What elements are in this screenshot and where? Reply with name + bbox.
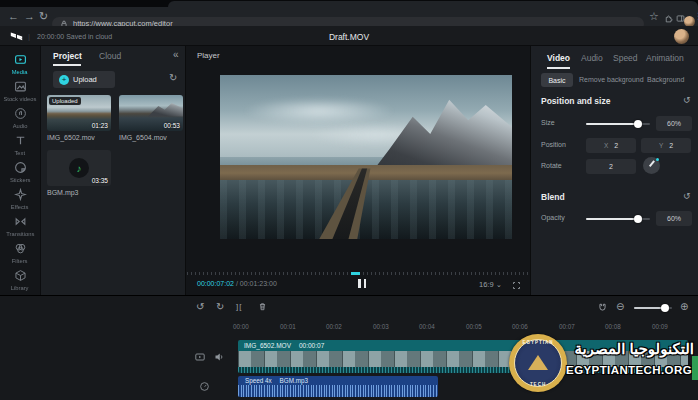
delete-icon[interactable] (257, 301, 268, 312)
user-avatar[interactable] (674, 29, 689, 44)
size-slider-knob[interactable] (634, 120, 642, 128)
rotate-input[interactable]: 2 (586, 159, 636, 174)
video-clip-duration: 00:00:07 (299, 342, 324, 349)
sidebar-item-stock-videos[interactable]: Stock videos (0, 77, 40, 104)
forward-icon[interactable]: → (24, 11, 35, 22)
position-y-input[interactable]: Y 2 (641, 138, 691, 153)
media-thumbnail-img6502[interactable]: Uploaded 01:23 (47, 95, 111, 131)
upload-button[interactable]: + Upload (53, 71, 115, 88)
tab-cloud[interactable]: Cloud (99, 51, 121, 61)
library-icon (14, 269, 27, 282)
browser-menu-icon[interactable]: ⋮ (694, 11, 698, 22)
subtab-basic[interactable]: Basic (541, 73, 573, 87)
back-icon[interactable]: ← (8, 11, 19, 22)
video-clip-filmstrip (238, 351, 688, 367)
rotate-dial[interactable] (643, 157, 660, 174)
sidebar-item-effects[interactable]: Effects (0, 185, 40, 212)
video-preview[interactable] (220, 75, 512, 239)
audio-track-icon[interactable] (199, 381, 210, 392)
opacity-value-text: 60% (667, 215, 681, 222)
bookmark-star-icon[interactable]: ☆ (649, 11, 659, 22)
player-title: Player (197, 51, 220, 60)
size-label: Size (541, 119, 555, 126)
fullscreen-icon[interactable] (512, 281, 521, 290)
position-x-input[interactable]: X 2 (586, 138, 636, 153)
timeline-panel: ↺ ↻ ][ ⊖ ⊕ 00:00 00:01 00:02 00:03 00:04… (0, 295, 698, 400)
subtab-background[interactable]: Background (647, 76, 684, 83)
refresh-icon[interactable]: ↻ (169, 72, 177, 83)
preview-far-ridge (220, 157, 401, 165)
media-filename: IMG_6504.mov (119, 134, 167, 141)
scrubber-playhead[interactable] (351, 272, 360, 275)
audio-clip-header: Speed 4x BGM.mp3 (238, 376, 438, 385)
audio-icon (14, 107, 27, 120)
media-thumbnail-img6504[interactable]: 00:53 (119, 95, 183, 131)
tab-speed[interactable]: Speed (613, 53, 638, 63)
sidebar-label: Filters (12, 257, 28, 263)
subtab-remove-background[interactable]: Remove background (579, 76, 644, 83)
sidebar-item-library[interactable]: Library (0, 266, 40, 293)
chevron-down-icon: ⌄ (496, 280, 502, 289)
section-blend: Blend (541, 192, 565, 202)
tab-project[interactable]: Project (53, 51, 82, 61)
sidebar-label: Library (11, 284, 29, 290)
reset-position-icon[interactable]: ↺ (683, 95, 691, 105)
tab-video[interactable]: Video (547, 53, 570, 63)
aspect-ratio-select[interactable]: 16:9 ⌄ (479, 280, 502, 289)
zoom-out-icon[interactable]: ⊖ (616, 301, 624, 313)
timeline-zoom-knob[interactable] (661, 304, 669, 312)
redo-icon[interactable]: ↻ (216, 301, 224, 313)
video-clip-audio-strip (238, 367, 688, 373)
sidebar-item-transitions[interactable]: Transitions (0, 212, 40, 239)
current-time: 00:00:07:02 (197, 280, 234, 287)
opacity-value[interactable]: 60% (656, 211, 692, 226)
uploaded-badge: Uploaded (49, 97, 81, 105)
snap-magnet-icon[interactable] (597, 302, 608, 313)
split-icon[interactable]: ][ (236, 301, 242, 313)
pause-button[interactable] (356, 279, 368, 289)
audio-clip-name: BGM.mp3 (280, 377, 308, 384)
reload-icon[interactable]: ↻ (39, 11, 48, 22)
tool-sidebar: Media Stock videos Audio Text Stickers E… (0, 46, 40, 295)
sidebar-label: Audio (13, 122, 28, 128)
stock-videos-icon (14, 80, 27, 93)
preview-cloud (243, 98, 395, 124)
document-title[interactable]: Draft.MOV (0, 32, 698, 42)
tab-animation[interactable]: Animation (646, 53, 684, 63)
timeline-video-clip[interactable]: IMG_6502.MOV 00:00:07 (238, 340, 688, 373)
section-position-size: Position and size (541, 96, 610, 106)
track-mute-speaker-icon[interactable] (213, 351, 225, 363)
x-value: 2 (614, 142, 618, 149)
sidebar-item-media[interactable]: Media (0, 50, 40, 77)
total-time: / 00:01:23:00 (234, 280, 277, 287)
duration-label: 00:53 (164, 122, 180, 129)
video-clip-header: IMG_6502.MOV 00:00:07 (238, 340, 688, 351)
sidebar-label: Effects (11, 203, 29, 209)
upload-label: Upload (73, 75, 97, 84)
audio-clip-speed: Speed 4x (245, 377, 272, 384)
extensions-icon[interactable] (664, 14, 673, 23)
media-filename: IMG_6502.mov (47, 134, 95, 141)
sidebar-item-stickers[interactable]: Stickers (0, 158, 40, 185)
stickers-icon (14, 161, 27, 174)
timeline-audio-clip[interactable]: Speed 4x BGM.mp3 (238, 376, 438, 397)
sidebar-label: Media (12, 68, 28, 74)
collapse-panel-icon[interactable]: « (173, 49, 179, 60)
reset-blend-icon[interactable]: ↺ (683, 191, 691, 201)
size-value-text: 60% (667, 120, 681, 127)
plus-icon: + (59, 75, 69, 85)
y-value: 2 (669, 142, 673, 149)
opacity-slider-knob[interactable] (634, 215, 642, 223)
zoom-in-icon[interactable]: ⊕ (680, 301, 688, 313)
sidebar-item-filters[interactable]: Filters (0, 239, 40, 266)
undo-icon[interactable]: ↺ (196, 301, 204, 313)
sidebar-item-audio[interactable]: Audio (0, 104, 40, 131)
tab-audio[interactable]: Audio (581, 53, 603, 63)
size-value[interactable]: 60% (656, 116, 692, 131)
media-thumbnail-bgm[interactable]: ♪ 03:35 (47, 150, 111, 186)
ratio-value: 16:9 (479, 280, 494, 289)
track-cover-icon[interactable] (194, 351, 206, 363)
browser-toolbar: ← → ↻ https://www.capcut.com/editor ☆ ⋮ (0, 7, 698, 26)
sidebar-item-text[interactable]: Text (0, 131, 40, 158)
inspector-panel: Video Audio Speed Animation Basic Remove… (530, 46, 698, 295)
